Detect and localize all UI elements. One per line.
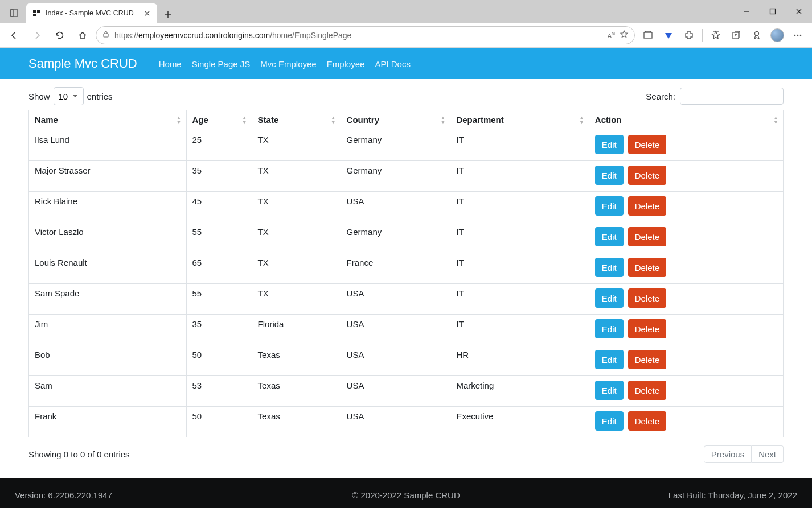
cell-department: IT [450,161,589,192]
nav-link-employee[interactable]: Employee [327,59,365,69]
browser-tab[interactable]: Index - Sample MVC CRUD [26,3,157,23]
delete-button[interactable]: Delete [628,288,666,308]
cell-department: IT [450,253,589,284]
edit-button[interactable]: Edit [595,135,624,154]
delete-button[interactable]: Delete [628,196,666,216]
table-row: Sam53TexasUSAMarketingEditDelete [29,376,784,407]
edit-button[interactable]: Edit [595,258,624,277]
table-row: Sam Spade55TXUSAITEditDelete [29,284,784,315]
lock-icon [102,30,110,40]
table-row: Ilsa Lund25TXGermanyITEditDelete [29,130,784,161]
footer-copyright: © 2020-2022 Sample CRUD [276,490,536,500]
new-tab-button[interactable] [159,6,177,23]
col-country[interactable]: Country▲▼ [341,110,450,130]
cell-department: IT [450,222,589,253]
delete-button[interactable]: Delete [628,350,666,369]
browser-toolbar: https://employeemvccrud.controlorigins.c… [0,23,812,48]
delete-button[interactable]: Delete [628,411,666,431]
delete-button[interactable]: Delete [628,381,666,400]
collections-icon[interactable] [727,26,746,45]
favorite-icon[interactable] [620,30,629,40]
svg-rect-4 [33,14,36,16]
edit-button[interactable]: Edit [595,166,624,185]
svg-point-9 [755,31,759,35]
svg-rect-0 [11,10,18,16]
delete-button[interactable]: Delete [628,166,666,185]
svg-rect-1 [11,10,13,16]
favicon-icon [32,9,41,18]
cell-name: Frank [29,407,187,437]
cell-age: 25 [186,130,252,161]
cell-state: TX [252,284,341,315]
col-state[interactable]: State▲▼ [252,110,341,130]
edit-button[interactable]: Edit [595,381,624,400]
cell-department: Executive [450,407,589,437]
nav-link-single-page-js[interactable]: Single Page JS [192,59,251,69]
cell-state: Florida [252,315,341,345]
length-label-pre: Show [28,92,50,101]
forward-button[interactable] [27,26,47,45]
back-button[interactable] [5,26,24,45]
cell-country: Germany [341,161,450,192]
delete-button[interactable]: Delete [628,319,666,338]
cell-department: IT [450,130,589,161]
maximize-button[interactable] [760,0,786,23]
screenshot-icon[interactable] [638,26,658,45]
sort-icon: ▲▼ [773,115,778,125]
nav-link-home[interactable]: Home [159,59,182,69]
edit-button[interactable]: Edit [595,350,624,369]
tab-title: Index - Sample MVC CRUD [46,9,138,17]
footer-version: Version: 6.2206.220.1947 [15,490,276,500]
svg-rect-7 [644,32,652,38]
edit-button[interactable]: Edit [595,411,624,431]
rewards-icon[interactable] [747,26,766,45]
delete-button[interactable]: Delete [628,227,666,246]
extensions-icon[interactable] [679,26,699,45]
length-select[interactable]: 10 [54,87,84,105]
cell-state: Texas [252,376,341,407]
reader-icon[interactable]: Aℕ [608,31,615,39]
home-button[interactable] [73,26,92,45]
nav-link-api-docs[interactable]: API Docs [375,59,411,69]
cell-department: IT [450,315,589,345]
next-page-button[interactable]: Next [752,445,784,463]
close-window-button[interactable] [786,0,812,23]
cell-department: HR [450,345,589,376]
edit-button[interactable]: Edit [595,227,624,246]
tab-actions-icon[interactable] [5,3,24,23]
favorites-bar-icon[interactable] [706,26,725,45]
prev-page-button[interactable]: Previous [704,445,752,463]
cell-country: USA [341,192,450,222]
browser-chrome: Index - Sample MVC CRUD https://employee… [0,0,812,48]
brand-title[interactable]: Sample Mvc CRUD [28,56,137,71]
datatable-controls: Show 10 entries Search: [28,87,784,105]
edit-button[interactable]: Edit [595,196,624,216]
cell-name: Sam Spade [29,284,187,315]
col-age[interactable]: Age▲▼ [186,110,252,130]
more-menu-icon[interactable] [788,26,807,45]
employee-table: Name▲▼Age▲▼State▲▼Country▲▼Department▲▼A… [28,110,784,437]
delete-button[interactable]: Delete [628,135,666,154]
edit-button[interactable]: Edit [595,288,624,308]
address-bar[interactable]: https://employeemvccrud.controlorigins.c… [96,26,635,44]
profile-avatar[interactable] [768,26,787,45]
pager: Previous Next [704,445,784,463]
refresh-button[interactable] [50,26,69,45]
page-viewport[interactable]: Sample Mvc CRUD HomeSingle Page JSMvc Em… [0,48,812,508]
site-footer: Version: 6.2206.220.1947 © 2020-2022 Sam… [0,478,812,508]
minimize-button[interactable] [733,0,760,23]
footer-lastbuilt: Last Built: Thursday, June 2, 2022 [536,490,797,500]
svg-rect-5 [770,9,776,14]
col-action[interactable]: Action▲▼ [589,110,783,130]
cell-state: Texas [252,407,341,437]
svg-rect-3 [37,10,40,13]
close-tab-icon[interactable] [142,9,151,18]
edit-button[interactable]: Edit [595,319,624,338]
cell-country: USA [341,407,450,437]
extension1-icon[interactable] [659,26,678,45]
col-name[interactable]: Name▲▼ [29,110,187,130]
col-department[interactable]: Department▲▼ [450,110,589,130]
delete-button[interactable]: Delete [628,258,666,277]
nav-link-mvc-employee[interactable]: Mvc Employee [260,59,316,69]
search-input[interactable] [680,88,784,105]
